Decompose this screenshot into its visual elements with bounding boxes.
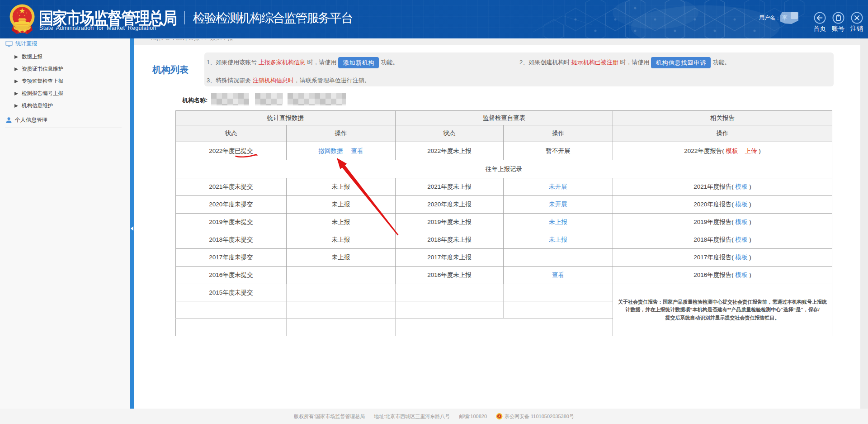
org-name-redaction-2	[255, 93, 283, 105]
cell-report-2019: 2019年度报告( 模板 )	[613, 214, 832, 231]
sidebar-item-0[interactable]: 数据上报	[14, 53, 42, 60]
sidebar-group-personal-label: 个人信息管理	[15, 116, 47, 124]
cell-report-2021: 2021年度报告( 模板 )	[613, 178, 832, 196]
sidebar-divider	[5, 50, 122, 50]
view-link[interactable]: 查看	[351, 148, 363, 154]
footer-icp-text: 京公网安备 11010502035380号	[505, 413, 574, 420]
check-op-link-2018[interactable]: 未上报	[549, 236, 567, 243]
cell-checkop-2018: 未上报	[504, 231, 613, 249]
sidebar-item-4[interactable]: 机构信息维护	[14, 102, 53, 109]
scrollbar-track[interactable]	[860, 38, 868, 409]
cell-status-2016: 2016年度未提交	[176, 267, 287, 284]
cell-checkop-2019: 未上报	[504, 214, 613, 231]
triangle-right-icon	[14, 92, 18, 95]
add-institution-button[interactable]: 添加新机构	[338, 57, 379, 68]
footer-address: 地址:北京市西城区三里河东路八号	[374, 413, 450, 420]
cell-status-2018: 2018年度未提交	[176, 231, 287, 249]
withdraw-data-link[interactable]: 撤回数据	[319, 148, 343, 154]
cell-op-2020: 未上报	[287, 196, 396, 214]
page-title: 机构列表	[152, 64, 189, 76]
report-table-wrap: 统计直报数据 监督检查自查表 相关报告状态操作状态操作操作 2022年度已提交 …	[175, 110, 832, 336]
cell-checkstatus-2021: 2021年度未上报	[396, 178, 504, 196]
check-op-link-2019[interactable]: 未上报	[549, 219, 567, 225]
sidebar-item-3[interactable]: 检测报告编号上报	[14, 90, 63, 97]
notice-line-2: 2、如果创建机构时 提示机构已被注册 时，请使用机构信息找回申诉功能。	[519, 57, 730, 68]
police-badge-icon	[496, 413, 503, 420]
template-link-2020[interactable]: 模板	[736, 201, 748, 208]
col-group-statistics: 统计直报数据	[176, 111, 396, 125]
cell-op-2018: 未上报	[287, 231, 396, 249]
cell-checkop-2022: 暂不开展	[504, 142, 613, 160]
cell-report-2022: 2022年度报告( 模板上传 )	[613, 142, 832, 160]
notice-1-red: 上报多家机构信息	[259, 59, 306, 66]
cell-checkop-2017	[504, 249, 613, 267]
cell-report-2017: 2017年度报告( 模板 )	[613, 249, 832, 267]
cell-checkstatus-2016: 2016年度未上报	[396, 267, 504, 284]
sidebar-item-1[interactable]: 资质证书信息维护	[14, 66, 63, 72]
main-content: 当前位置：统计直报 >> 数据上报 机构列表 1、如果使用该账号 上报多家机构信…	[134, 38, 868, 409]
sidebar-item-2[interactable]: 专项监督检查上报	[14, 78, 63, 85]
cell-op-2021: 未上报	[287, 178, 396, 196]
col-group-selfcheck: 监督检查自查表	[396, 111, 613, 125]
org-name-redaction-1	[211, 93, 249, 105]
home-back-icon	[814, 12, 826, 24]
notice-line-3: 3、特殊情况需要 注销机构信息时，请联系管理单位进行注销。	[207, 75, 370, 86]
breadcrumb: 当前位置：统计直报 >> 数据上报	[147, 39, 233, 42]
cell-ops-2022: 撤回数据查看	[287, 142, 396, 160]
notice-line-1: 1、如果使用该账号 上报多家机构信息 时，请使用添加新机构功能。	[207, 57, 398, 68]
sidebar-group-personal[interactable]: 个人信息管理	[5, 116, 47, 124]
cell-checkstatus-2015	[396, 284, 504, 301]
org-name-label: 机构名称:	[182, 96, 208, 105]
col-sub-3: 操作	[504, 125, 613, 142]
cell-checkstatus-2019: 2019年度未上报	[396, 214, 504, 231]
cell-status-2015: 2015年度未提交	[176, 284, 287, 301]
template-link-2016[interactable]: 模板	[736, 272, 748, 278]
template-link-2017[interactable]: 模板	[736, 254, 748, 261]
cell-op-2019: 未上报	[287, 214, 396, 231]
sidebar-item-label: 数据上报	[22, 53, 42, 60]
home-button[interactable]: 首页	[810, 12, 830, 32]
template-link-2022[interactable]: 模板	[726, 148, 738, 154]
history-band: 往年上报记录	[176, 160, 832, 178]
template-link-2021[interactable]: 模板	[736, 183, 748, 190]
template-link-2018[interactable]: 模板	[736, 236, 748, 243]
history-band-row: 往年上报记录	[176, 160, 832, 178]
cell-empty	[287, 319, 396, 336]
breadcrumb-bar: 当前位置：统计直报 >> 数据上报	[134, 39, 860, 45]
page: 国家市场监督管理总局 State Administration for Mark…	[0, 0, 868, 424]
account-label: 账号	[828, 25, 848, 32]
cell-checkop-2015	[504, 284, 613, 301]
user-icon	[5, 117, 12, 124]
notice-3-red: 注销机构信息时	[253, 77, 294, 84]
cell-checkop-2020: 未开展	[504, 196, 613, 214]
sidebar-splitter[interactable]	[130, 38, 134, 409]
account-button[interactable]: 账号	[828, 12, 848, 32]
table-row-2022: 2022年度已提交 撤回数据查看 2022年度未上报 暂不开展 2022年度报告…	[176, 142, 832, 160]
monitor-icon	[5, 41, 13, 47]
upload-link-2022[interactable]: 上传	[745, 148, 757, 154]
col-sub-0: 状态	[176, 125, 287, 142]
check-op-link-2016[interactable]: 查看	[552, 272, 564, 278]
check-op-link-2020[interactable]: 未开展	[549, 201, 567, 208]
table-row-2016: 2016年度未提交 2016年度未上报 查看 2016年度报告( 模板 )	[176, 267, 832, 284]
triangle-right-icon	[14, 104, 18, 108]
table-row-2019: 2019年度未提交 未上报 2019年度未上报 未上报 2019年度报告( 模板…	[176, 214, 832, 231]
cell-checkstatus-2022: 2022年度未上报	[396, 142, 504, 160]
cell-empty	[396, 301, 504, 319]
cell-op-2017: 未上报	[287, 249, 396, 267]
footer-postcode: 邮编:100820	[459, 413, 487, 420]
table-row-2015: 2015年度未提交 关于社会责任报告：国家产品质量检验检测中心提交社会责任报告前…	[176, 284, 832, 301]
logout-button[interactable]: 注销	[847, 12, 867, 32]
check-op-link-2021[interactable]: 未开展	[549, 183, 567, 190]
info-appeal-button[interactable]: 机构信息找回申诉	[651, 57, 711, 68]
sidebar-group-statistics[interactable]: 统计直报	[5, 40, 37, 48]
table-row-2020: 2020年度未提交 未上报 2020年度未上报 未开展 2020年度报告( 模板…	[176, 196, 832, 214]
sidebar-item-label: 机构信息维护	[22, 102, 53, 109]
cell-status-2017: 2017年度未提交	[176, 249, 287, 267]
cell-report-2018: 2018年度报告( 模板 )	[613, 231, 832, 249]
sidebar: 统计直报 数据上报资质证书信息维护专项监督检查上报检测报告编号上报机构信息维护 …	[0, 38, 130, 409]
cell-checkstatus-2017: 2017年度未上报	[396, 249, 504, 267]
col-sub-1: 操作	[287, 125, 396, 142]
template-link-2019[interactable]: 模板	[736, 219, 748, 225]
table-row-2021: 2021年度未提交 未上报 2021年度未上报 未开展 2021年度报告( 模板…	[176, 178, 832, 196]
